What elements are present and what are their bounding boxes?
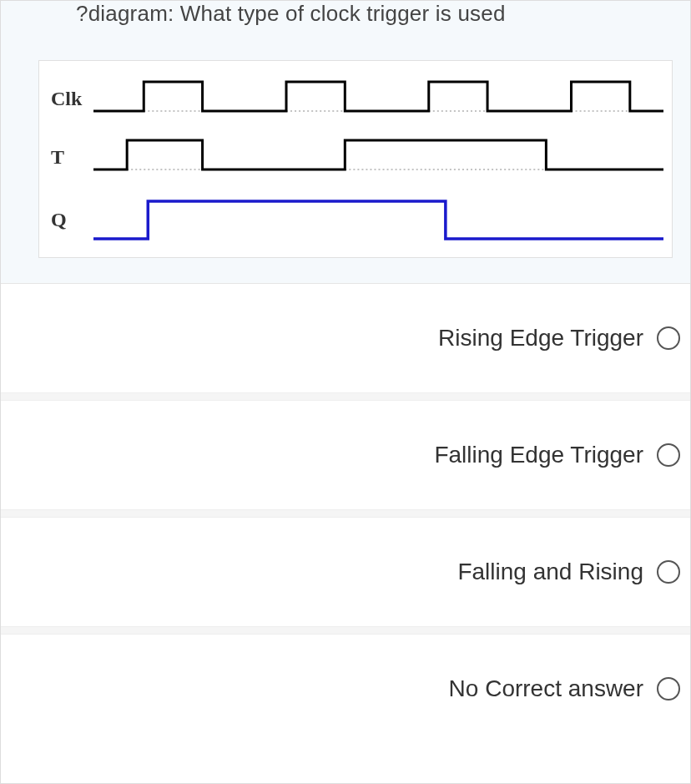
signal-row-t: T <box>48 128 663 186</box>
t-label: T <box>48 146 93 169</box>
option-rising-edge[interactable]: Rising Edge Trigger <box>1 284 690 392</box>
options-list: Rising Edge Trigger Falling Edge Trigger… <box>1 284 690 743</box>
option-divider <box>1 509 690 518</box>
option-falling-and-rising[interactable]: Falling and Rising <box>1 518 690 626</box>
option-divider <box>1 626 690 635</box>
signal-row-clk: Clk <box>48 69 663 128</box>
q-label: Q <box>48 209 93 231</box>
option-no-correct[interactable]: No Correct answer <box>1 635 690 743</box>
question-text: ?diagram: What type of clock trigger is … <box>26 1 665 60</box>
option-label: No Correct answer <box>449 675 643 702</box>
option-label: Rising Edge Trigger <box>438 325 643 352</box>
option-divider <box>1 392 690 401</box>
radio-icon <box>657 560 680 584</box>
question-area: ?diagram: What type of clock trigger is … <box>1 1 690 284</box>
radio-icon <box>657 677 680 701</box>
option-falling-edge[interactable]: Falling Edge Trigger <box>1 401 690 509</box>
signal-row-q: Q <box>48 186 663 253</box>
q-waveform <box>93 186 663 253</box>
radio-icon <box>657 443 680 467</box>
timing-diagram: Clk T Q <box>38 60 673 258</box>
t-waveform <box>93 128 663 186</box>
option-label: Falling and Rising <box>457 559 643 585</box>
clk-label: Clk <box>48 88 93 110</box>
radio-icon <box>657 326 680 350</box>
option-label: Falling Edge Trigger <box>434 442 643 468</box>
clk-waveform <box>93 69 663 128</box>
quiz-container: ?diagram: What type of clock trigger is … <box>0 0 691 784</box>
